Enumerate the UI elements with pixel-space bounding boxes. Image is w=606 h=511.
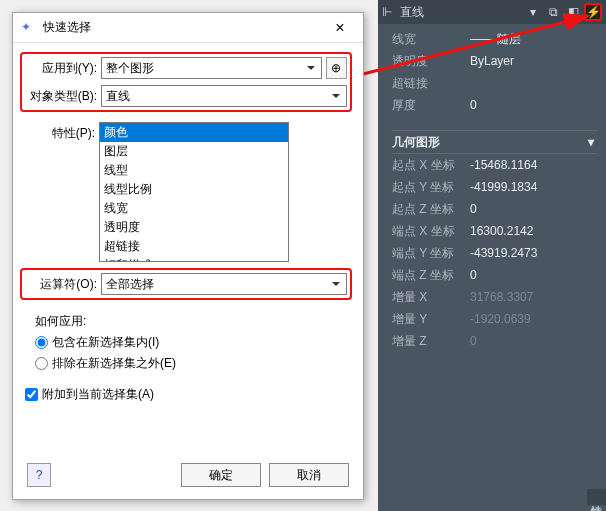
property-label: 线宽: [392, 31, 464, 48]
property-row[interactable]: 起点 Z 坐标0: [392, 198, 598, 220]
property-row[interactable]: 增量 X31768.3307: [392, 286, 598, 308]
howto-label: 如何应用:: [35, 313, 349, 330]
property-value[interactable]: -43919.2473: [464, 246, 598, 260]
props-label: 特性(P):: [23, 122, 99, 142]
property-value[interactable]: 16300.2142: [464, 224, 598, 238]
operator-select[interactable]: 全部选择: [101, 273, 347, 295]
property-value[interactable]: -41999.1834: [464, 180, 598, 194]
props-item[interactable]: 线型: [100, 161, 288, 180]
property-row[interactable]: 起点 X 坐标-15468.1164: [392, 154, 598, 176]
property-label: 端点 Y 坐标: [392, 245, 464, 262]
property-label: 起点 Y 坐标: [392, 179, 464, 196]
applyto-select[interactable]: 整个图形: [101, 57, 322, 79]
property-row[interactable]: 端点 Y 坐标-43919.2473: [392, 242, 598, 264]
howto-group: 如何应用: 包含在新选择集内(I) 排除在新选择集之外(E) 附加到当前选择集(…: [35, 313, 349, 403]
applyto-label: 应用到(Y):: [25, 57, 101, 77]
panel-body: 线宽—— 随层透明度ByLayer超链接厚度0 几何图形 ▾ 起点 X 坐标-1…: [378, 24, 606, 360]
props-item[interactable]: 透明度: [100, 218, 288, 237]
property-value[interactable]: 0: [464, 268, 598, 282]
property-label: 端点 X 坐标: [392, 223, 464, 240]
section-geometry-label: 几何图形: [392, 134, 440, 151]
picker-icon[interactable]: ▾: [524, 3, 542, 21]
section-geometry[interactable]: 几何图形 ▾: [392, 130, 598, 154]
property-label: 端点 Z 坐标: [392, 267, 464, 284]
panel-header-icons: ▾ ⧉ ◧ ⚡: [524, 3, 602, 21]
property-value[interactable]: -1920.0639: [464, 312, 598, 326]
objtype-select[interactable]: 直线: [101, 85, 347, 107]
property-label: 增量 X: [392, 289, 464, 306]
property-value[interactable]: 0: [464, 334, 598, 348]
ok-button[interactable]: 确定: [181, 463, 261, 487]
panel-side-tab[interactable]: 特性: [587, 489, 606, 505]
operator-label: 运算符(O):: [25, 273, 101, 293]
pick-objects-button[interactable]: ⊕: [326, 57, 347, 79]
panel-header: ⊩ 直线 ▾ ⧉ ◧ ⚡: [378, 0, 606, 24]
props-item[interactable]: 颜色: [100, 123, 288, 142]
radio-include[interactable]: 包含在新选择集内(I): [35, 334, 349, 351]
quick-select-dialog: ✦ 快速选择 × 应用到(Y): 整个图形 ⊕ 对象类型(B): 直线 特性(P…: [12, 12, 364, 500]
property-label: 超链接: [392, 75, 464, 92]
dialog-titlebar: ✦ 快速选择 ×: [13, 13, 363, 43]
props-item[interactable]: 线型比例: [100, 180, 288, 199]
props-item[interactable]: 图层: [100, 142, 288, 161]
property-row[interactable]: 厚度0: [392, 94, 598, 116]
props-item[interactable]: 线宽: [100, 199, 288, 218]
property-row[interactable]: 增量 Y-1920.0639: [392, 308, 598, 330]
objtype-label: 对象类型(B):: [25, 85, 101, 105]
copy-icon[interactable]: ⧉: [544, 3, 562, 21]
property-label: 起点 Z 坐标: [392, 201, 464, 218]
property-row[interactable]: 超链接: [392, 72, 598, 94]
app-icon: ✦: [21, 20, 37, 36]
cancel-button[interactable]: 取消: [269, 463, 349, 487]
property-row[interactable]: 线宽—— 随层: [392, 28, 598, 50]
property-label: 厚度: [392, 97, 464, 114]
property-label: 起点 X 坐标: [392, 157, 464, 174]
check-append[interactable]: 附加到当前选择集(A): [25, 386, 349, 403]
radio-exclude[interactable]: 排除在新选择集之外(E): [35, 355, 349, 372]
property-value[interactable]: ByLayer: [464, 54, 598, 68]
quickselect-icon[interactable]: ⚡: [584, 3, 602, 21]
property-row[interactable]: 增量 Z0: [392, 330, 598, 352]
property-label: 增量 Y: [392, 311, 464, 328]
property-row[interactable]: 端点 X 坐标16300.2142: [392, 220, 598, 242]
close-icon[interactable]: ×: [325, 19, 355, 37]
property-label: 透明度: [392, 53, 464, 70]
property-value[interactable]: -15468.1164: [464, 158, 598, 172]
property-row[interactable]: 透明度ByLayer: [392, 50, 598, 72]
property-value[interactable]: —— 随层: [464, 31, 598, 48]
dialog-body: 应用到(Y): 整个图形 ⊕ 对象类型(B): 直线 特性(P): 颜色图层线型…: [13, 43, 363, 417]
props-item[interactable]: 打印样式: [100, 256, 288, 262]
dialog-title: 快速选择: [43, 19, 325, 36]
properties-panel: ⊩ 直线 ▾ ⧉ ◧ ⚡ 线宽—— 随层透明度ByLayer超链接厚度0 几何图…: [378, 0, 606, 511]
property-row[interactable]: 端点 Z 坐标0: [392, 264, 598, 286]
property-value[interactable]: 31768.3307: [464, 290, 598, 304]
chevron-down-icon: ▾: [588, 135, 594, 149]
property-value[interactable]: 0: [464, 202, 598, 216]
filter-icon[interactable]: ◧: [564, 3, 582, 21]
panel-title: 直线: [396, 4, 524, 21]
help-button[interactable]: ?: [27, 463, 51, 487]
dialog-buttons: ? 确定 取消: [27, 463, 349, 487]
props-item[interactable]: 超链接: [100, 237, 288, 256]
property-label: 增量 Z: [392, 333, 464, 350]
props-listbox[interactable]: 颜色图层线型线型比例线宽透明度超链接打印样式厚度起点 X 坐标起点 Y 坐标起点…: [99, 122, 289, 262]
property-row[interactable]: 起点 Y 坐标-41999.1834: [392, 176, 598, 198]
pin-icon[interactable]: ⊩: [382, 5, 396, 19]
property-value[interactable]: 0: [464, 98, 598, 112]
